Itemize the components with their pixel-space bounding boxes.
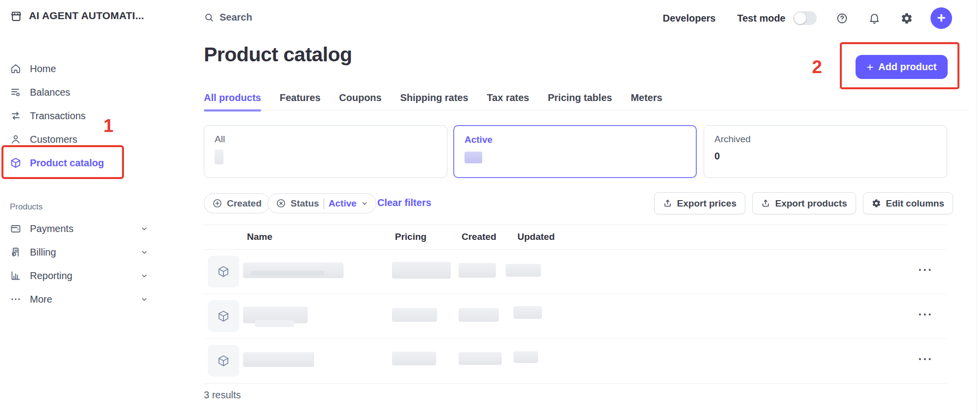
product-thumbnail: [208, 345, 239, 377]
redacted-value: [215, 150, 223, 164]
redacted-pricing: [392, 308, 437, 322]
settings-gear-icon[interactable]: [900, 12, 913, 25]
sidebar-item-label: Product catalog: [30, 157, 104, 169]
sidebar-item-billing[interactable]: Billing: [10, 240, 157, 264]
product-catalog-icon: [10, 157, 22, 169]
sidebar-item-label: Payments: [30, 223, 74, 234]
developers-link[interactable]: Developers: [663, 13, 716, 24]
sidebar-item-payments[interactable]: Payments: [10, 217, 157, 240]
row-overflow-menu[interactable]: ···: [918, 263, 933, 277]
column-header-updated: Updated: [517, 232, 555, 242]
sidebar-item-product-catalog[interactable]: Product catalog: [10, 151, 157, 175]
payments-icon: [10, 223, 22, 234]
chevron-down-icon: [141, 225, 148, 232]
chevron-down-icon: [361, 200, 368, 207]
gear-icon: [872, 199, 881, 208]
button-label: Edit columns: [886, 198, 944, 209]
sidebar-item-label: Reporting: [30, 270, 73, 282]
chevron-down-icon: [141, 249, 148, 256]
redacted-name: [243, 262, 343, 278]
filter-chip-created[interactable]: Created: [204, 193, 270, 213]
home-icon: [10, 63, 22, 75]
sidebar-item-customers[interactable]: Customers: [10, 128, 157, 151]
tab-all-products[interactable]: All products: [204, 92, 261, 111]
tab-tax-rates[interactable]: Tax rates: [487, 92, 529, 111]
redacted-pricing: [392, 262, 451, 279]
create-plus-button[interactable]: +: [931, 7, 952, 29]
filter-chip-value: Active: [329, 198, 357, 209]
sidebar-item-more[interactable]: More: [10, 287, 157, 311]
summary-card-archived[interactable]: Archived 0: [704, 125, 947, 178]
table-actions: Export prices Export products Edit colum…: [654, 192, 953, 214]
storefront-icon: [10, 10, 22, 22]
tabs-divider: [204, 110, 968, 110]
redacted-created: [459, 263, 496, 278]
export-products-button[interactable]: Export products: [752, 192, 856, 214]
column-header-pricing: Pricing: [395, 232, 426, 242]
sidebar-item-label: Transactions: [30, 110, 86, 122]
button-label: Export products: [775, 198, 847, 209]
export-icon: [663, 199, 672, 208]
filter-chip-status[interactable]: Status Active: [268, 193, 376, 213]
notifications-bell-icon[interactable]: [868, 12, 881, 25]
column-header-name: Name: [247, 232, 272, 242]
billing-icon: [10, 246, 22, 258]
circle-x-icon: [276, 198, 286, 208]
sidebar-item-home[interactable]: Home: [10, 57, 157, 80]
redacted-value: [465, 152, 482, 163]
edit-columns-button[interactable]: Edit columns: [863, 192, 953, 214]
tab-coupons[interactable]: Coupons: [339, 92, 382, 111]
help-icon[interactable]: [835, 12, 848, 25]
sidebar-products-nav: Payments Billing Reporting: [10, 217, 157, 311]
test-mode-label: Test mode: [737, 13, 785, 24]
search-label: Search: [220, 12, 252, 23]
sidebar-item-transactions[interactable]: Transactions: [10, 104, 157, 128]
tab-bar: All products Features Coupons Shipping r…: [204, 92, 662, 111]
more-icon: [10, 293, 22, 305]
table-row[interactable]: ···: [204, 249, 947, 294]
sidebar-item-balances[interactable]: Balances: [10, 80, 157, 104]
test-mode-toggle[interactable]: [793, 11, 817, 25]
tab-features[interactable]: Features: [280, 92, 320, 111]
product-thumbnail: [208, 300, 239, 332]
search-icon: [204, 12, 215, 23]
card-label: Archived: [714, 134, 936, 145]
page-title: Product catalog: [204, 43, 352, 66]
export-icon: [761, 199, 770, 208]
summary-card-active[interactable]: Active: [453, 125, 697, 178]
row-overflow-menu[interactable]: ···: [918, 308, 933, 321]
card-value: 0: [714, 151, 936, 162]
redacted-name-detail: [255, 320, 294, 327]
content-edge-line: [976, 0, 977, 413]
topbar-right: Developers Test mode +: [663, 6, 952, 30]
redacted-updated: [514, 306, 542, 319]
summary-card-all[interactable]: All: [204, 125, 447, 178]
annotation-number-2: 2: [812, 57, 822, 77]
table-header: Name Pricing Created Updated: [204, 227, 947, 249]
sidebar: AI AGENT AUTOMATI... Home Balances: [0, 0, 171, 413]
table-row[interactable]: ···: [204, 294, 947, 338]
add-product-button[interactable]: + Add product: [856, 55, 948, 79]
table-row[interactable]: ···: [204, 338, 947, 383]
account-switcher[interactable]: AI AGENT AUTOMATI...: [10, 10, 144, 22]
card-label: Active: [465, 134, 686, 145]
export-prices-button[interactable]: Export prices: [654, 192, 745, 214]
table-top-divider: [204, 225, 947, 225]
sidebar-item-label: Billing: [30, 247, 56, 258]
tab-meters[interactable]: Meters: [631, 92, 662, 111]
redacted-created: [459, 308, 499, 322]
chevron-down-icon: [141, 296, 148, 303]
tab-shipping-rates[interactable]: Shipping rates: [400, 92, 468, 111]
sidebar-item-reporting[interactable]: Reporting: [10, 264, 157, 287]
redacted-updated: [514, 351, 538, 363]
table-bottom-divider: [204, 383, 947, 384]
tab-pricing-tables[interactable]: Pricing tables: [548, 92, 612, 111]
chip-divider: [323, 198, 324, 209]
sidebar-item-label: Home: [30, 63, 56, 75]
clear-filters-link[interactable]: Clear filters: [377, 197, 431, 208]
redacted-name-detail: [251, 271, 324, 276]
sidebar-item-label: Balances: [30, 87, 70, 98]
search-input[interactable]: Search: [204, 12, 252, 23]
row-overflow-menu[interactable]: ···: [918, 352, 933, 366]
filter-chip-label: Status: [291, 198, 319, 209]
